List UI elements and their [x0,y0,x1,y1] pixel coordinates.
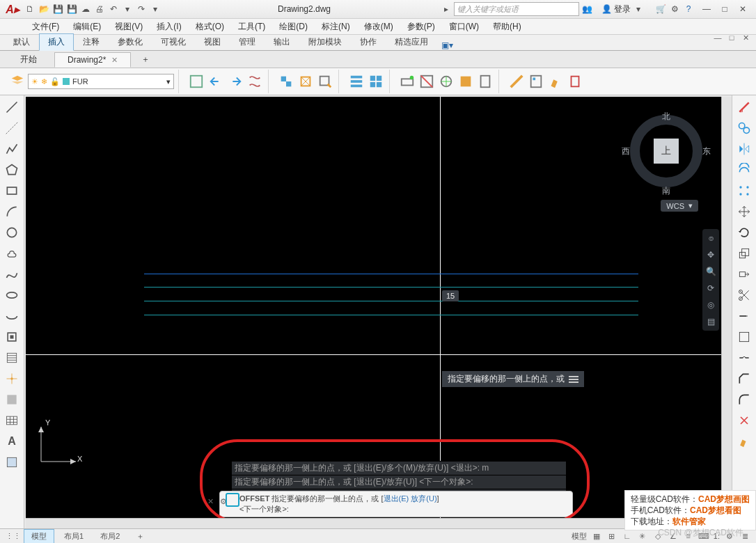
qat-cloud-icon[interactable]: ☁ [79,3,92,15]
break-icon[interactable] [735,328,753,346]
xline-icon[interactable] [3,119,21,137]
help-icon[interactable]: ? [682,3,695,15]
nav-pan-icon[interactable]: ✥ [704,249,717,261]
signin-icon[interactable]: 👤 [600,3,613,15]
qat-new-icon[interactable]: 🗋 [24,3,36,15]
drawing-canvas[interactable]: 15 指定要偏移的那一侧上的点，或 上 北 南 东 西 WCS▾ [26,97,722,519]
block-insert-icon[interactable] [277,72,295,90]
scale-icon[interactable] [735,244,753,262]
region-icon[interactable] [3,391,21,409]
props-icon[interactable] [347,72,365,90]
appstore-icon[interactable]: ⚙ [668,3,681,15]
chamfer-icon[interactable] [735,370,753,388]
layout-tab-1[interactable]: 布局1 [57,530,90,543]
qat-saveas-icon[interactable]: 💾 [65,3,78,15]
layer-combo[interactable]: ☀ ❄ 🔓 FUR ▾ [28,74,174,89]
mdi-max[interactable]: □ [725,32,738,43]
qat-dd-icon[interactable]: ▾ [121,3,134,15]
block-edit-icon[interactable] [316,72,334,90]
insert-block-icon[interactable] [3,328,21,346]
tab-annotate[interactable]: 注释 [74,33,109,50]
line-icon[interactable] [3,98,21,116]
tab-featured[interactable]: 精选应用 [386,33,437,50]
layout-tab-add[interactable]: ＋ [129,530,151,543]
search-input[interactable]: 键入关键字或短语 [454,2,579,16]
menu-draw[interactable]: 绘图(D) [274,19,313,34]
text-icon[interactable]: A [3,432,21,450]
doc-tab-drawing2[interactable]: Drawing2* ✕ [54,52,131,68]
menu-file[interactable]: 文件(F) [26,19,65,34]
props2-icon[interactable] [367,72,385,90]
signin-dd-icon[interactable]: ▾ [632,3,645,15]
palette-icon[interactable] [457,72,475,90]
tab-visualize[interactable]: 可视化 [152,33,195,50]
nav-showmotion-icon[interactable]: ▤ [704,315,717,328]
measure-icon[interactable] [507,72,526,90]
tab-manage[interactable]: 管理 [230,33,265,50]
qat-redo-icon[interactable]: ↷ [135,3,148,15]
search-go-icon[interactable]: ▸ [440,3,452,15]
menu-window[interactable]: 窗口(W) [443,19,485,34]
maximize-button[interactable]: □ [718,3,731,15]
infocenter-icon[interactable]: 👥 [581,3,593,15]
snap-icon[interactable]: ⊞ [606,530,617,542]
table-icon[interactable] [3,411,21,430]
qat-save-icon[interactable]: 💾 [52,3,64,15]
command-line[interactable]: ✕ ⚙ OFFSET 指定要偏移的那一侧上的点，或 [退出(E) 放弃(U)] … [219,491,573,517]
layer-walk-icon[interactable] [246,72,264,90]
layout-tab-2[interactable]: 布局2 [93,530,127,543]
explode-icon[interactable] [735,411,753,430]
polar-icon[interactable]: ✳ [637,530,648,542]
menu-view[interactable]: 视图(V) [109,19,148,34]
gradient-icon[interactable] [3,453,21,471]
nav-fullnav-icon[interactable]: ⌾ [704,232,717,244]
tab-default[interactable]: 默认 [4,33,39,50]
adjust-icon[interactable] [437,72,455,90]
matchprop-icon[interactable] [735,432,753,450]
qat-dd2-icon[interactable]: ▾ [149,3,162,15]
isolate-layer-icon[interactable] [226,72,244,90]
trim-icon[interactable] [735,286,753,304]
qat-undo-icon[interactable]: ↶ [107,3,120,15]
attach-icon[interactable] [398,72,416,90]
tab-output[interactable]: 输出 [265,33,299,50]
offset-icon[interactable] [735,161,753,179]
revcloud-icon[interactable] [3,244,21,262]
move-icon[interactable] [735,203,753,221]
close-tab-icon[interactable]: ✕ [111,56,118,65]
join-icon[interactable] [735,349,753,367]
ribbon-collapse-icon[interactable]: ▣▾ [441,40,453,50]
wcs-badge[interactable]: WCS▾ [661,200,698,212]
array-icon[interactable] [735,182,753,200]
tab-addins[interactable]: 附加模块 [299,33,351,50]
fillet-icon[interactable] [735,391,753,409]
mirror-icon[interactable] [735,140,753,158]
arc-icon[interactable] [3,203,21,221]
nav-zoom-icon[interactable]: 🔍 [704,265,717,278]
menu-param[interactable]: 参数(P) [402,19,441,34]
tab-collab[interactable]: 协作 [351,33,386,50]
menu-modify[interactable]: 修改(M) [359,19,399,34]
dyn-menu-icon[interactable] [569,376,578,383]
ellipse-icon[interactable] [3,286,21,304]
menu-insert[interactable]: 插入(I) [151,19,187,34]
view-cube[interactable]: 上 北 南 东 西 [624,109,708,193]
tab-parametric[interactable]: 参数化 [109,33,152,50]
app-logo[interactable]: A▸ [3,1,22,17]
mdi-min[interactable]: — [711,32,724,43]
qat-open-icon[interactable]: 📂 [38,3,50,15]
viewcube-face[interactable]: 上 [654,139,679,164]
extend-icon[interactable] [735,307,753,325]
close-button[interactable]: ✕ [737,3,749,15]
qat-plot-icon[interactable]: 🖨 [93,3,106,15]
nav-orbit-icon[interactable]: ⟳ [704,282,717,294]
nav-steering-icon[interactable]: ◎ [704,299,717,311]
doc-tab-add[interactable]: ＋ [135,51,156,68]
hatch-icon[interactable] [3,349,21,367]
point-icon[interactable] [3,370,21,388]
clip-icon[interactable] [418,72,436,90]
block-create-icon[interactable] [297,72,315,90]
menu-format[interactable]: 格式(O) [190,19,230,34]
horizontal-scrollbar[interactable] [26,518,722,528]
tab-view[interactable]: 视图 [195,33,230,50]
